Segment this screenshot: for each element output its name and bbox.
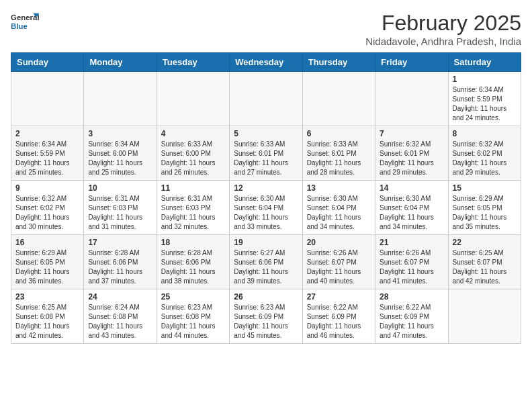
calendar-cell: 25Sunrise: 6:23 AM Sunset: 6:08 PM Dayli… (157, 289, 229, 344)
day-number: 15 (453, 183, 517, 193)
calendar-cell: 6Sunrise: 6:33 AM Sunset: 6:01 PM Daylig… (302, 126, 375, 181)
day-number: 16 (15, 238, 79, 247)
calendar-cell: 1Sunrise: 6:34 AM Sunset: 5:59 PM Daylig… (448, 72, 521, 126)
month-year-title: February 2025 (365, 11, 521, 36)
calendar-cell (375, 72, 448, 126)
calendar-cell: 10Sunrise: 6:31 AM Sunset: 6:03 PM Dayli… (84, 181, 157, 235)
calendar-cell: 4Sunrise: 6:33 AM Sunset: 6:00 PM Daylig… (157, 126, 229, 181)
day-info: Sunrise: 6:22 AM Sunset: 6:09 PM Dayligh… (380, 303, 443, 340)
calendar-cell: 22Sunrise: 6:25 AM Sunset: 6:07 PM Dayli… (448, 235, 521, 289)
day-info: Sunrise: 6:34 AM Sunset: 5:59 PM Dayligh… (453, 85, 517, 123)
day-number: 23 (15, 292, 79, 302)
calendar-cell: 7Sunrise: 6:32 AM Sunset: 6:01 PM Daylig… (375, 126, 448, 181)
weekday-header-saturday: Saturday (448, 53, 521, 72)
day-info: Sunrise: 6:28 AM Sunset: 6:06 PM Dayligh… (88, 248, 152, 286)
calendar-cell: 19Sunrise: 6:27 AM Sunset: 6:06 PM Dayli… (230, 235, 302, 289)
day-info: Sunrise: 6:26 AM Sunset: 6:07 PM Dayligh… (307, 248, 371, 286)
weekday-header-friday: Friday (375, 53, 448, 72)
calendar-cell: 17Sunrise: 6:28 AM Sunset: 6:06 PM Dayli… (84, 235, 157, 289)
day-info: Sunrise: 6:26 AM Sunset: 6:07 PM Dayligh… (380, 248, 443, 286)
day-number: 27 (307, 292, 371, 302)
calendar-cell: 5Sunrise: 6:33 AM Sunset: 6:01 PM Daylig… (230, 126, 302, 181)
svg-text:General: General (11, 13, 40, 21)
logo: GeneralBlue (11, 11, 40, 32)
day-number: 14 (380, 183, 443, 193)
day-info: Sunrise: 6:33 AM Sunset: 6:00 PM Dayligh… (161, 140, 225, 177)
weekday-header-tuesday: Tuesday (157, 53, 229, 72)
day-number: 21 (380, 238, 443, 247)
day-info: Sunrise: 6:31 AM Sunset: 6:03 PM Dayligh… (161, 194, 225, 232)
day-number: 7 (380, 129, 443, 138)
day-info: Sunrise: 6:32 AM Sunset: 6:01 PM Dayligh… (380, 140, 443, 177)
day-info: Sunrise: 6:25 AM Sunset: 6:07 PM Dayligh… (453, 248, 517, 286)
calendar-cell: 20Sunrise: 6:26 AM Sunset: 6:07 PM Dayli… (302, 235, 375, 289)
title-block: February 2025 Nidadavole, Andhra Pradesh… (365, 11, 521, 47)
day-number: 5 (234, 129, 298, 138)
day-number: 11 (161, 183, 225, 193)
day-number: 1 (453, 75, 517, 84)
day-number: 6 (307, 129, 371, 138)
calendar-cell (448, 289, 521, 344)
weekday-header-thursday: Thursday (302, 53, 375, 72)
calendar-cell: 3Sunrise: 6:34 AM Sunset: 6:00 PM Daylig… (84, 126, 157, 181)
calendar-cell (11, 72, 84, 126)
weekday-header-sunday: Sunday (11, 53, 84, 72)
calendar-cell (157, 72, 229, 126)
day-info: Sunrise: 6:23 AM Sunset: 6:08 PM Dayligh… (161, 303, 225, 340)
day-number: 24 (88, 292, 152, 302)
day-info: Sunrise: 6:27 AM Sunset: 6:06 PM Dayligh… (234, 248, 298, 286)
day-info: Sunrise: 6:22 AM Sunset: 6:09 PM Dayligh… (307, 303, 371, 340)
day-number: 26 (234, 292, 298, 302)
calendar-cell: 12Sunrise: 6:30 AM Sunset: 6:04 PM Dayli… (230, 181, 302, 235)
day-info: Sunrise: 6:34 AM Sunset: 6:00 PM Dayligh… (88, 140, 152, 177)
calendar-cell: 26Sunrise: 6:23 AM Sunset: 6:09 PM Dayli… (230, 289, 302, 344)
day-number: 8 (453, 129, 517, 138)
page-header: GeneralBlue February 2025 Nidadavole, An… (11, 11, 521, 47)
calendar-cell (230, 72, 302, 126)
day-info: Sunrise: 6:30 AM Sunset: 6:04 PM Dayligh… (307, 194, 371, 232)
day-number: 25 (161, 292, 225, 302)
day-info: Sunrise: 6:32 AM Sunset: 6:02 PM Dayligh… (453, 140, 517, 177)
day-number: 3 (88, 129, 152, 138)
calendar-cell: 8Sunrise: 6:32 AM Sunset: 6:02 PM Daylig… (448, 126, 521, 181)
weekday-header-monday: Monday (84, 53, 157, 72)
calendar-cell: 27Sunrise: 6:22 AM Sunset: 6:09 PM Dayli… (302, 289, 375, 344)
calendar-cell: 24Sunrise: 6:24 AM Sunset: 6:08 PM Dayli… (84, 289, 157, 344)
day-number: 2 (15, 129, 79, 138)
day-info: Sunrise: 6:32 AM Sunset: 6:02 PM Dayligh… (15, 194, 79, 232)
day-number: 18 (161, 238, 225, 247)
day-info: Sunrise: 6:29 AM Sunset: 6:05 PM Dayligh… (15, 248, 79, 286)
calendar-cell: 11Sunrise: 6:31 AM Sunset: 6:03 PM Dayli… (157, 181, 229, 235)
calendar-cell: 23Sunrise: 6:25 AM Sunset: 6:08 PM Dayli… (11, 289, 84, 344)
day-info: Sunrise: 6:33 AM Sunset: 6:01 PM Dayligh… (234, 140, 298, 177)
calendar-cell: 28Sunrise: 6:22 AM Sunset: 6:09 PM Dayli… (375, 289, 448, 344)
day-info: Sunrise: 6:23 AM Sunset: 6:09 PM Dayligh… (234, 303, 298, 340)
day-number: 9 (15, 183, 79, 193)
day-number: 28 (380, 292, 443, 302)
calendar-cell (302, 72, 375, 126)
calendar-cell: 16Sunrise: 6:29 AM Sunset: 6:05 PM Dayli… (11, 235, 84, 289)
calendar-cell: 15Sunrise: 6:29 AM Sunset: 6:05 PM Dayli… (448, 181, 521, 235)
day-info: Sunrise: 6:34 AM Sunset: 5:59 PM Dayligh… (15, 140, 79, 177)
day-number: 10 (88, 183, 152, 193)
calendar-table: SundayMondayTuesdayWednesdayThursdayFrid… (11, 52, 521, 344)
day-info: Sunrise: 6:25 AM Sunset: 6:08 PM Dayligh… (15, 303, 79, 340)
day-info: Sunrise: 6:33 AM Sunset: 6:01 PM Dayligh… (307, 140, 371, 177)
day-number: 13 (307, 183, 371, 193)
day-info: Sunrise: 6:30 AM Sunset: 6:04 PM Dayligh… (234, 194, 298, 232)
day-info: Sunrise: 6:24 AM Sunset: 6:08 PM Dayligh… (88, 303, 152, 340)
svg-text:Blue: Blue (11, 22, 28, 30)
day-info: Sunrise: 6:30 AM Sunset: 6:04 PM Dayligh… (380, 194, 443, 232)
calendar-cell: 21Sunrise: 6:26 AM Sunset: 6:07 PM Dayli… (375, 235, 448, 289)
day-number: 19 (234, 238, 298, 247)
calendar-cell: 14Sunrise: 6:30 AM Sunset: 6:04 PM Dayli… (375, 181, 448, 235)
day-number: 20 (307, 238, 371, 247)
location-text: Nidadavole, Andhra Pradesh, India (365, 36, 521, 47)
calendar-cell: 9Sunrise: 6:32 AM Sunset: 6:02 PM Daylig… (11, 181, 84, 235)
calendar-cell: 2Sunrise: 6:34 AM Sunset: 5:59 PM Daylig… (11, 126, 84, 181)
day-info: Sunrise: 6:29 AM Sunset: 6:05 PM Dayligh… (453, 194, 517, 232)
day-number: 17 (88, 238, 152, 247)
calendar-cell: 13Sunrise: 6:30 AM Sunset: 6:04 PM Dayli… (302, 181, 375, 235)
day-info: Sunrise: 6:28 AM Sunset: 6:06 PM Dayligh… (161, 248, 225, 286)
day-info: Sunrise: 6:31 AM Sunset: 6:03 PM Dayligh… (88, 194, 152, 232)
